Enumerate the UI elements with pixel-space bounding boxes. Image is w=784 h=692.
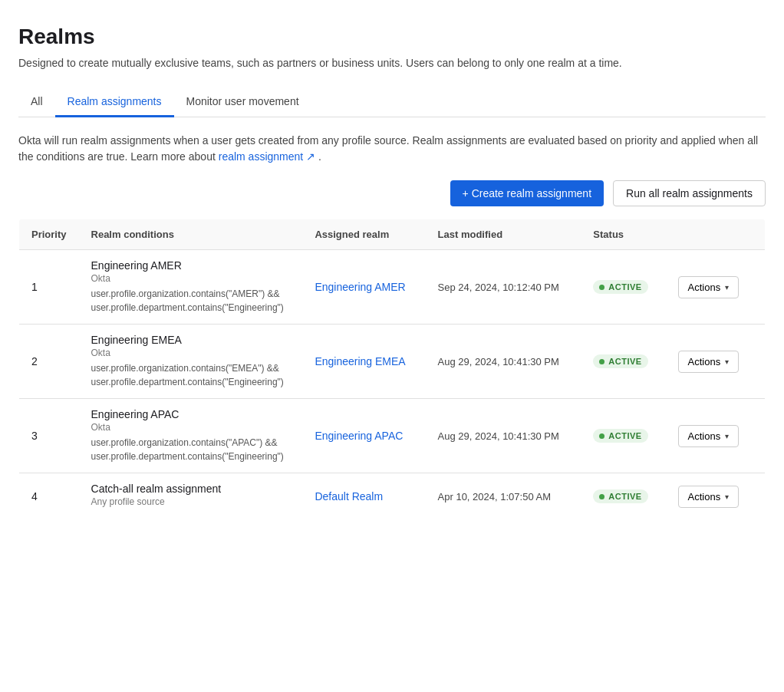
col-priority: Priority <box>19 219 79 250</box>
cell-status: ACTIVE <box>581 399 665 473</box>
chevron-down-icon: ▾ <box>725 432 729 440</box>
condition-title: Engineering EMEA <box>91 334 291 346</box>
tab-all[interactable]: All <box>18 87 55 117</box>
assigned-realm-link[interactable]: Engineering AMER <box>315 281 405 293</box>
cell-actions: Actions▾ <box>666 250 766 325</box>
status-badge: ACTIVE <box>593 354 647 368</box>
col-last-modified: Last modified <box>426 219 581 250</box>
status-label: ACTIVE <box>608 357 641 366</box>
table-header-row: Priority Realm conditions Assigned realm… <box>19 219 766 250</box>
tab-realm-assignments[interactable]: Realm assignments <box>55 87 174 117</box>
cell-status: ACTIVE <box>581 250 665 325</box>
cell-actions: Actions▾ <box>666 399 766 473</box>
condition-source: Okta <box>91 273 291 284</box>
status-dot <box>599 433 604 439</box>
cell-actions: Actions▾ <box>666 473 766 520</box>
condition-title: Engineering APAC <box>91 408 291 420</box>
condition-source: Okta <box>91 348 291 358</box>
assigned-realm-link[interactable]: Engineering EMEA <box>315 355 405 367</box>
tab-monitor-user-movement[interactable]: Monitor user movement <box>174 87 311 117</box>
create-realm-assignment-button[interactable]: + Create realm assignment <box>450 180 604 206</box>
cell-status: ACTIVE <box>581 325 665 399</box>
table-row: 1Engineering AMEROktauser.profile.organi… <box>19 250 766 325</box>
table-row: 2Engineering EMEAOktauser.profile.organi… <box>19 325 766 399</box>
cell-priority: 2 <box>19 325 79 399</box>
condition-source: Any profile source <box>91 496 291 507</box>
condition-source: Okta <box>91 422 291 433</box>
cell-conditions: Engineering AMEROktauser.profile.organiz… <box>79 250 303 325</box>
condition-title: Catch-all realm assignment <box>91 483 291 495</box>
chevron-down-icon: ▾ <box>725 283 729 292</box>
page-subtitle: Designed to create mutually exclusive te… <box>18 57 766 69</box>
cell-conditions: Catch-all realm assignmentAny profile so… <box>79 473 303 520</box>
status-badge: ACTIVE <box>593 429 647 443</box>
col-assigned-realm: Assigned realm <box>302 219 425 250</box>
cell-actions: Actions▾ <box>666 325 766 399</box>
cell-priority: 3 <box>19 399 79 473</box>
actions-button-label: Actions <box>688 491 721 503</box>
cell-assigned-realm: Default Realm <box>302 473 425 520</box>
cell-priority: 1 <box>19 250 79 325</box>
status-label: ACTIVE <box>608 431 641 440</box>
actions-button-label: Actions <box>688 282 721 293</box>
status-dot <box>599 359 604 364</box>
cell-last-modified: Apr 10, 2024, 1:07:50 AM <box>426 473 581 520</box>
cell-last-modified: Aug 29, 2024, 10:41:30 PM <box>426 325 581 399</box>
col-status: Status <box>581 219 665 250</box>
cell-conditions: Engineering APACOktauser.profile.organiz… <box>79 399 303 473</box>
col-realm-conditions: Realm conditions <box>79 219 303 250</box>
cell-last-modified: Sep 24, 2024, 10:12:40 PM <box>426 250 581 325</box>
chevron-down-icon: ▾ <box>725 358 729 366</box>
realm-assignment-link[interactable]: realm assignment ↗ <box>219 150 318 163</box>
status-dot <box>599 494 604 499</box>
table-row: 3Engineering APACOktauser.profile.organi… <box>19 399 766 473</box>
info-text: Okta will run realm assignments when a u… <box>18 133 766 165</box>
run-all-realm-assignments-button[interactable]: Run all realm assignments <box>613 180 766 206</box>
status-label: ACTIVE <box>608 282 641 292</box>
condition-title: Engineering AMER <box>91 259 291 272</box>
assigned-realm-link[interactable]: Default Realm <box>315 490 383 503</box>
cell-last-modified: Aug 29, 2024, 10:41:30 PM <box>426 399 581 473</box>
condition-expr: user.profile.organization.contains("AMER… <box>91 287 291 315</box>
assigned-realm-link[interactable]: Engineering APAC <box>315 430 403 442</box>
cell-conditions: Engineering EMEAOktauser.profile.organiz… <box>79 325 303 399</box>
cell-assigned-realm: Engineering APAC <box>302 399 425 473</box>
toolbar: + Create realm assignment Run all realm … <box>18 180 766 206</box>
table-row: 4Catch-all realm assignmentAny profile s… <box>19 473 766 520</box>
cell-assigned-realm: Engineering EMEA <box>302 325 425 399</box>
actions-button[interactable]: Actions▾ <box>678 425 740 447</box>
col-actions <box>666 219 766 250</box>
actions-button-label: Actions <box>688 430 721 442</box>
status-badge: ACTIVE <box>593 489 647 503</box>
condition-expr: user.profile.organization.contains("APAC… <box>91 436 291 463</box>
condition-expr: user.profile.organization.contains("EMEA… <box>91 361 291 389</box>
status-label: ACTIVE <box>608 492 641 501</box>
actions-button[interactable]: Actions▾ <box>678 276 740 298</box>
chevron-down-icon: ▾ <box>725 493 729 501</box>
actions-button[interactable]: Actions▾ <box>678 486 740 508</box>
cell-status: ACTIVE <box>581 473 665 520</box>
tab-bar: All Realm assignments Monitor user movem… <box>18 87 766 117</box>
actions-button-label: Actions <box>688 356 721 367</box>
realm-assignments-table: Priority Realm conditions Assigned realm… <box>18 219 766 520</box>
actions-button[interactable]: Actions▾ <box>678 351 740 373</box>
page-title: Realms <box>18 25 766 49</box>
cell-priority: 4 <box>19 473 79 520</box>
status-badge: ACTIVE <box>593 280 647 294</box>
status-dot <box>599 285 604 290</box>
cell-assigned-realm: Engineering AMER <box>302 250 425 325</box>
